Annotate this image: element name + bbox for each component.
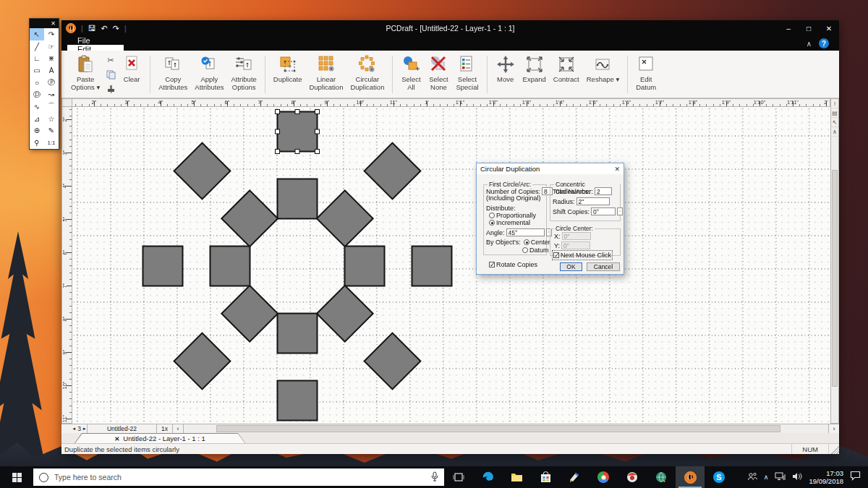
selection-handle[interactable] — [295, 150, 299, 154]
symbol-tool[interactable]: ⚲ — [30, 137, 44, 149]
resize-grip[interactable] — [829, 444, 839, 454]
selection-handle[interactable] — [276, 129, 280, 134]
store-icon[interactable] — [531, 466, 560, 488]
rotate-copies-checkbox[interactable] — [489, 262, 495, 267]
shift-unit-button[interactable]: ⁱ — [617, 207, 623, 215]
taskbar-clock[interactable]: 17:03 19/09/2018 — [809, 469, 843, 485]
vertical-scrollbar[interactable]: ↕ ▤ ↖ ∧ — [830, 98, 839, 424]
select-none-button[interactable]: Select None — [425, 53, 452, 96]
radius-field[interactable]: 2" — [576, 197, 610, 205]
start-button[interactable] — [0, 466, 33, 488]
arc-tool[interactable]: ⌒ — [44, 100, 59, 113]
selection-handle[interactable] — [315, 150, 320, 154]
horizontal-scroll-thumb[interactable] — [216, 425, 780, 432]
select-all-button[interactable]: Select All — [397, 53, 425, 96]
paste-options-button[interactable]: Paste Options ▾ — [67, 53, 103, 96]
square-shape[interactable] — [174, 333, 231, 390]
square-shape[interactable] — [174, 143, 231, 200]
expand-button[interactable]: Expand — [519, 53, 550, 96]
radio-incremental[interactable] — [489, 220, 495, 226]
action-center-icon[interactable] — [850, 471, 861, 484]
selection-handle[interactable] — [315, 129, 320, 134]
page-left-icon[interactable]: ◄ — [72, 427, 76, 431]
square-shape[interactable] — [221, 286, 278, 342]
task-view-icon[interactable] — [444, 466, 473, 488]
center-tool[interactable]: ⊕ — [30, 125, 44, 137]
diameter-tool[interactable]: Ⓓ — [30, 88, 44, 100]
select-special-button[interactable]: Select Special — [452, 53, 482, 96]
people-icon[interactable] — [747, 471, 757, 484]
select-tool[interactable]: ↖ — [30, 28, 44, 40]
copy-attributes-button[interactable]: Copy Attributes — [155, 53, 191, 96]
attribute-options-button[interactable]: Attribute Options — [227, 53, 260, 96]
eyedropper-tool[interactable]: ✎ — [44, 125, 59, 137]
document-name-box[interactable]: Untitled-22 — [88, 424, 157, 433]
text-tool[interactable]: A — [44, 64, 59, 77]
square-shape[interactable] — [317, 190, 373, 247]
ellipse-tool[interactable]: ○ — [30, 77, 44, 89]
square-shape[interactable] — [278, 314, 318, 354]
square-shape[interactable] — [317, 286, 373, 342]
edit-datum-button[interactable]: Edit Datum — [632, 53, 660, 96]
save-button[interactable]: 🖫 — [88, 25, 96, 33]
square-shape[interactable] — [365, 333, 421, 390]
square-shape[interactable] — [278, 381, 318, 421]
undo-button[interactable]: ↶ — [101, 25, 108, 33]
zoom-level-box[interactable]: 1x — [157, 424, 173, 433]
cut-icon[interactable]: ✂ — [105, 55, 116, 66]
move-button[interactable]: Move — [492, 53, 519, 96]
radio-center[interactable] — [524, 239, 529, 245]
apply-attributes-button[interactable]: Apply Attributes — [191, 53, 227, 96]
star-tool[interactable]: ☆ — [44, 113, 59, 125]
freehand-tool[interactable]: ∿ — [30, 100, 44, 113]
sheet-tab[interactable]: ✕ Untitled-22 - Layer-1 - 1 : 1 — [75, 434, 244, 443]
selection-handle[interactable] — [276, 150, 280, 154]
selection-handle[interactable] — [295, 110, 299, 114]
skype-icon[interactable]: S — [705, 466, 733, 488]
app-icon[interactable] — [66, 23, 76, 33]
title-bar[interactable]: | 🖫 ↶ ↷ | PCDraft - [Untitled-22 - Layer… — [61, 20, 839, 36]
drawing-canvas[interactable] — [72, 107, 830, 424]
square-shape[interactable] — [345, 247, 385, 286]
square-shape[interactable] — [365, 143, 421, 200]
paint-app-icon[interactable] — [560, 466, 589, 488]
next-mouse-click-checkbox[interactable] — [553, 252, 559, 258]
selection-handle[interactable] — [315, 110, 320, 114]
page-stepper[interactable]: ◄ 3 ► — [61, 424, 88, 433]
line-tool[interactable]: ╱ — [30, 40, 44, 53]
file-explorer-icon[interactable] — [502, 466, 531, 488]
tool-palette-titlebar[interactable]: ✕ — [30, 19, 59, 28]
menu-file[interactable]: File — [67, 36, 124, 45]
copy-icon[interactable] — [105, 69, 116, 80]
rotate-tool[interactable]: ↷ — [44, 28, 59, 40]
pointer-view-icon[interactable]: ↖ — [831, 118, 838, 127]
palette-close-icon[interactable]: ✕ — [51, 21, 56, 27]
square-shape[interactable] — [221, 190, 278, 247]
redo-button[interactable]: ↷ — [113, 25, 119, 33]
collapse-ribbon-icon[interactable]: ∧ — [807, 40, 812, 48]
pane-split-icon[interactable]: ↕ — [831, 99, 838, 108]
cancel-button[interactable]: Cancel — [587, 262, 620, 271]
media-app-icon[interactable] — [618, 466, 647, 488]
angle-90-tool[interactable]: ∟ — [30, 52, 44, 64]
scroll-left-arrow[interactable]: ‹ — [173, 424, 184, 433]
minimize-button[interactable]: – — [778, 20, 799, 36]
globe-app-icon[interactable] — [647, 466, 676, 488]
maximize-button[interactable]: □ — [799, 20, 819, 36]
linear-duplication-button[interactable]: Linear Duplication — [305, 53, 346, 96]
scale-1-1-tool[interactable]: 1:1 — [44, 137, 59, 149]
contract-button[interactable]: Contract — [550, 53, 583, 96]
radio-proportionally[interactable] — [489, 213, 495, 218]
microphone-icon[interactable] — [431, 471, 438, 483]
radio-datum[interactable] — [522, 247, 528, 253]
help-icon[interactable]: ? — [819, 38, 829, 48]
page-right-icon[interactable]: ► — [82, 427, 87, 431]
total-field[interactable]: 2 — [595, 187, 612, 195]
dialog-close-icon[interactable]: ✕ — [614, 166, 620, 173]
dialog-titlebar[interactable]: Circular Duplication ✕ — [477, 163, 624, 174]
rectangle-tool[interactable]: ▭ — [30, 64, 44, 77]
scroll-right-arrow[interactable]: › — [828, 424, 839, 433]
tab-close-icon[interactable]: ✕ — [114, 435, 119, 442]
close-button[interactable]: ✕ — [819, 20, 839, 36]
wedge-tool[interactable]: ⊿ — [30, 113, 44, 125]
